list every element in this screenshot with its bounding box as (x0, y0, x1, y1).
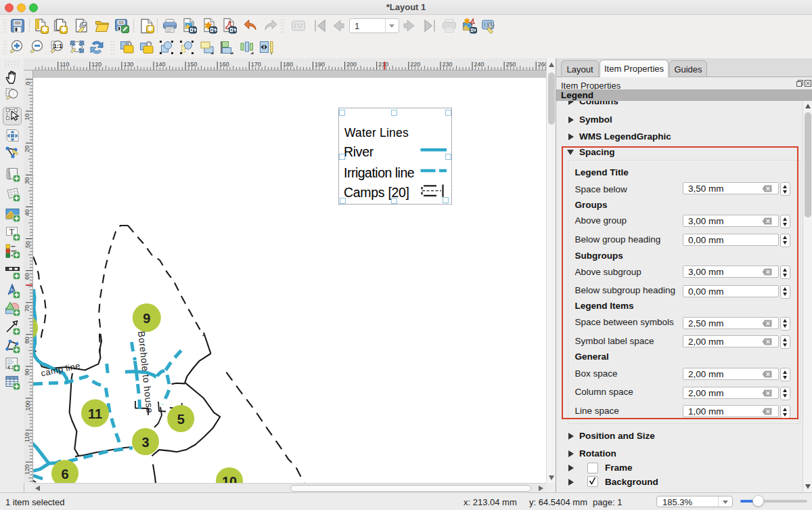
svg-text:150: 150 (187, 61, 198, 68)
svg-text:240: 240 (474, 61, 484, 68)
svg-text:0: 0 (24, 82, 31, 85)
svg-text:6: 6 (61, 467, 68, 482)
svg-text:3: 3 (141, 435, 149, 450)
svg-text:120: 120 (24, 465, 31, 475)
svg-text:✱: ✱ (147, 24, 153, 33)
svg-text:✱: ✱ (41, 25, 47, 33)
svg-text:140: 140 (156, 61, 166, 68)
svg-text:11: 11 (88, 406, 102, 421)
svg-text:5: 5 (177, 412, 185, 427)
svg-text:230: 230 (442, 61, 452, 68)
svg-text:220: 220 (410, 61, 420, 68)
svg-text:✱: ✱ (60, 25, 66, 33)
svg-text:120: 120 (91, 61, 102, 68)
svg-text:200: 200 (346, 61, 357, 68)
svg-text:170: 170 (251, 61, 261, 68)
svg-text:250: 250 (506, 61, 516, 68)
svg-text:9: 9 (143, 311, 150, 326)
svg-text:10: 10 (222, 474, 237, 484)
svg-text:1:1: 1:1 (53, 42, 63, 49)
svg-text:N: N (11, 288, 14, 292)
svg-text:130: 130 (123, 61, 133, 68)
svg-text:100: 100 (24, 401, 31, 411)
svg-text:110: 110 (60, 61, 69, 68)
svg-text:160: 160 (219, 61, 229, 68)
svg-text:180: 180 (283, 61, 293, 68)
svg-text:110: 110 (24, 433, 31, 442)
svg-text:190: 190 (315, 61, 325, 68)
svg-text:210: 210 (378, 61, 388, 68)
svg-text:✱: ✱ (464, 18, 470, 25)
